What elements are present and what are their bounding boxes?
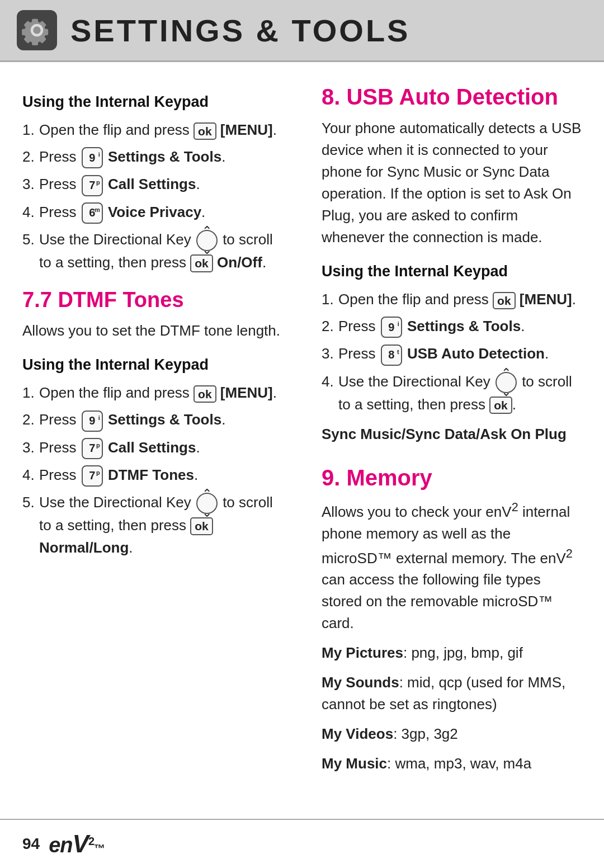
key-9-icon-dtmf: 9i — [82, 411, 103, 432]
usb-keypad-heading: Using the Internal Keypad — [322, 263, 582, 280]
list-item: 1. Open the flip and press ok [MENU]. — [22, 381, 282, 404]
memory-item-pictures: My Pictures: png, jpg, bmp, gif — [322, 642, 582, 664]
page-number: 94 — [22, 835, 40, 853]
list-item: 3. Press 7p Call Settings. — [22, 173, 282, 196]
memory-item-sounds: My Sounds: mid, qcp (used for MMS, canno… — [322, 672, 582, 715]
ok-btn-usb-1: ok — [493, 292, 516, 309]
list-item: 1. Open the flip and press ok [MENU]. — [22, 119, 282, 141]
brand-logo: enV2™ — [49, 830, 105, 858]
key-9-icon-usb: 9i — [381, 317, 402, 338]
keypad-steps-1: 1. Open the flip and press ok [MENU]. 2.… — [22, 119, 282, 273]
list-item: 2. Press 9i Settings & Tools. — [22, 145, 282, 168]
page-footer: 94 enV2™ — [0, 819, 604, 868]
keypad-heading-2: Using the Internal Keypad — [22, 356, 282, 374]
page-title: SETTINGS & TOOLS — [70, 12, 410, 49]
memory-item-videos: My Videos: 3gp, 3g2 — [322, 723, 582, 745]
key-8-icon-usb: 8t — [381, 345, 402, 366]
key-7-icon-dtmf: 7p — [82, 438, 103, 459]
list-item: 3. Press 8t USB Auto Detection. — [322, 342, 582, 365]
ok-button-icon-2: ok — [190, 254, 213, 272]
usb-options: Sync Music/Sync Data/Ask On Plug — [322, 423, 582, 445]
list-item: 3. Press 7p Call Settings. — [22, 436, 282, 459]
keypad-heading-1: Using the Internal Keypad — [22, 93, 282, 111]
usb-steps: 1. Open the flip and press ok [MENU]. 2.… — [322, 288, 582, 416]
dtmf-section: 7.7 DTMF Tones Allows you to set the DTM… — [22, 288, 282, 559]
ok-button-icon: ok — [194, 122, 216, 140]
page-header: SETTINGS & TOOLS — [0, 0, 604, 62]
left-column: Using the Internal Keypad 1. Open the fl… — [22, 79, 294, 782]
key-7-icon: 7p — [82, 175, 103, 196]
keypad-section-1: Using the Internal Keypad 1. Open the fl… — [22, 93, 282, 273]
key-6-icon: 6m — [82, 202, 103, 224]
main-content: Using the Internal Keypad 1. Open the fl… — [0, 62, 604, 816]
usb-section: 8. USB Auto Detection Your phone automat… — [322, 84, 582, 445]
list-item: 4. Use the Directional Key ⌃⌄ to scroll … — [322, 370, 582, 416]
ok-btn-dtmf-5: ok — [190, 517, 213, 535]
gear-svg — [21, 15, 53, 46]
list-item: 2. Press 9i Settings & Tools. — [22, 408, 282, 431]
memory-body: Allows you to check your enV2 internal p… — [322, 498, 582, 634]
dtmf-title: 7.7 DTMF Tones — [22, 288, 282, 312]
key-7-icon-dtmf2: 7p — [82, 465, 103, 487]
key-9-icon: 9i — [82, 147, 103, 168]
dtmf-steps: 1. Open the flip and press ok [MENU]. 2.… — [22, 381, 282, 559]
memory-section: 9. Memory Allows you to check your enV2 … — [322, 465, 582, 775]
list-item: 5. Use the Directional Key ⌃⌄ to scroll … — [22, 228, 282, 273]
list-item: 5. Use the Directional Key ⌃⌄ to scroll … — [22, 491, 282, 559]
usb-body: Your phone automatically detects a USB d… — [322, 117, 582, 248]
list-item: 1. Open the flip and press ok [MENU]. — [322, 288, 582, 310]
ok-btn-dtmf-1: ok — [194, 385, 216, 403]
usb-title: 8. USB Auto Detection — [322, 84, 582, 110]
memory-title: 9. Memory — [322, 465, 582, 490]
ok-btn-usb-4: ok — [489, 397, 512, 414]
list-item: 2. Press 9i Settings & Tools. — [322, 315, 582, 338]
list-item: 4. Press 6m Voice Privacy. — [22, 201, 282, 224]
right-column: 8. USB Auto Detection Your phone automat… — [316, 79, 582, 782]
list-item: 4. Press 7p DTMF Tones. — [22, 464, 282, 487]
dir-key-dtmf: ⌃⌄ — [196, 493, 218, 514]
dtmf-body: Allows you to set the DTMF tone length. — [22, 320, 282, 342]
dir-key-icon: ⌃⌄ — [196, 230, 218, 251]
gear-icon — [17, 10, 57, 50]
memory-item-music: My Music: wma, mp3, wav, m4a — [322, 753, 582, 775]
dir-key-usb: ⌃⌄ — [496, 372, 517, 393]
